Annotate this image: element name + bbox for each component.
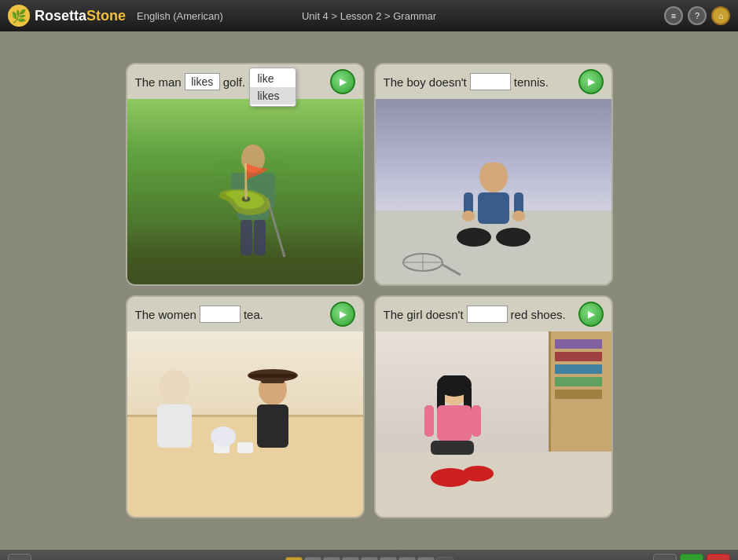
cards-grid: like likes The man likes golf.: [126, 63, 613, 518]
logo-rosetta: Rosetta: [35, 8, 86, 24]
breadcrumb: Unit 4 > Lesson 2 > Grammar: [302, 10, 436, 22]
bottom-right-actions: + ✓ ✕: [653, 554, 730, 560]
svg-point-7: [479, 163, 508, 192]
fill-blank-golf[interactable]: likes: [185, 73, 220, 90]
sound-button-tennis[interactable]: [578, 69, 604, 94]
home-button[interactable]: ⌂: [711, 6, 730, 25]
svg-point-13: [462, 210, 475, 221]
fill-blank-tea[interactable]: [200, 306, 240, 323]
next-page-button[interactable]: »: [436, 557, 453, 560]
svg-rect-35: [424, 405, 434, 437]
svg-point-14: [512, 210, 525, 221]
logo-area: 🌿 RosettaStone English (American): [8, 5, 223, 27]
book-1: [555, 339, 602, 349]
svg-rect-8: [478, 192, 509, 224]
girl-figure: [407, 375, 525, 501]
help-button[interactable]: ?: [688, 6, 707, 25]
page-3-button[interactable]: 3: [323, 557, 340, 560]
fill-blank-shoes[interactable]: [467, 306, 508, 323]
golf-figure: [214, 143, 292, 269]
keyboard-button[interactable]: ⌨: [8, 554, 31, 560]
rosetta-logo-icon: 🌿: [8, 5, 30, 27]
svg-rect-20: [157, 404, 192, 448]
main-content: like likes The man likes golf.: [0, 31, 738, 550]
book-3: [555, 364, 602, 374]
svg-rect-27: [237, 442, 253, 453]
svg-point-19: [159, 370, 190, 404]
card-tennis: The boy doesn't tennis.: [374, 63, 613, 286]
svg-point-10: [496, 228, 531, 247]
sound-button-shoes[interactable]: [578, 302, 604, 327]
tennis-racket: [399, 253, 462, 276]
logo-text: RosettaStone: [35, 8, 126, 24]
header: 🌿 RosettaStone English (American) Unit 4…: [0, 0, 738, 31]
book-5: [555, 390, 602, 399]
svg-rect-36: [472, 405, 481, 437]
shoes-bg: [376, 331, 611, 517]
card-golf-sentence: The man likes golf.: [135, 73, 246, 90]
svg-point-28: [211, 426, 236, 447]
sentence-part-women: The women: [135, 308, 196, 321]
sound-button-tea[interactable]: [330, 302, 355, 327]
page-7-button[interactable]: 7: [398, 557, 416, 560]
add-button[interactable]: +: [653, 554, 677, 560]
confirm-button[interactable]: ✓: [680, 554, 703, 560]
page-1-button[interactable]: 1: [285, 557, 303, 560]
page-8-button[interactable]: 8: [417, 557, 435, 560]
tennis-boy-figure: [446, 163, 541, 265]
page-2-button[interactable]: 2: [304, 557, 321, 560]
svg-rect-3: [254, 220, 266, 255]
card-tea-sentence: The women tea.: [135, 306, 263, 323]
svg-point-9: [457, 228, 491, 247]
card-golf-header: The man likes golf.: [127, 64, 363, 99]
card-shoes-header: The girl doesn't red shoes.: [376, 297, 611, 331]
card-tennis-sentence: The boy doesn't tennis.: [384, 73, 549, 90]
page-5-button[interactable]: 5: [361, 557, 378, 560]
sentence-part-shoes: red shoes.: [511, 308, 566, 321]
svg-point-38: [462, 466, 494, 481]
card-shoes-sentence: The girl doesn't red shoes.: [384, 306, 566, 323]
card-tennis-header: The boy doesn't tennis.: [376, 64, 611, 99]
svg-rect-2: [240, 220, 252, 255]
dropdown-tooltip[interactable]: like likes: [249, 68, 296, 107]
card-tea-header: The women tea.: [127, 297, 363, 331]
fill-blank-tennis[interactable]: [470, 73, 511, 90]
svg-rect-4: [231, 173, 240, 208]
page-6-button[interactable]: 6: [380, 557, 397, 560]
card-shoes-image: [376, 331, 611, 517]
card-tennis-image: [376, 99, 611, 284]
logo-stone: Stone: [86, 8, 126, 24]
pagination: 1 2 3 4 5 6 7 8 »: [285, 557, 453, 560]
sentence-part-2: golf.: [223, 75, 245, 89]
svg-rect-34: [431, 441, 474, 455]
card-golf: like likes The man likes golf.: [126, 63, 365, 286]
sound-button-golf[interactable]: [330, 69, 355, 94]
page-4-button[interactable]: 4: [342, 557, 359, 560]
sentence-part-girl: The girl doesn't: [384, 308, 464, 321]
card-shoes: The girl doesn't red shoes.: [374, 295, 613, 518]
book-2: [555, 352, 602, 361]
language-label: English (American): [137, 10, 223, 22]
svg-rect-24: [249, 374, 296, 378]
sentence-part-tea: tea.: [244, 308, 263, 321]
card-golf-image: [127, 99, 363, 284]
sentence-part-tennis: tennis.: [514, 75, 549, 89]
svg-rect-33: [437, 405, 472, 441]
tea-bg: [127, 331, 363, 517]
header-icons: ≡ ? ⌂: [664, 6, 730, 25]
tennis-bg: [376, 99, 611, 284]
svg-line-6: [267, 198, 285, 257]
card-tea-image: [127, 331, 363, 517]
menu-button[interactable]: ≡: [664, 6, 683, 25]
book-4: [555, 377, 602, 386]
cancel-button[interactable]: ✕: [707, 554, 730, 560]
svg-point-0: [241, 145, 265, 173]
dropdown-option-like[interactable]: like: [250, 70, 296, 87]
dropdown-option-likes[interactable]: likes: [250, 87, 296, 104]
svg-rect-25: [257, 404, 288, 448]
women-figures: [135, 368, 324, 478]
sentence-part-boy: The boy doesn't: [384, 75, 467, 89]
svg-rect-1: [237, 173, 269, 220]
sentence-part-1: The man: [135, 75, 182, 89]
svg-line-18: [442, 265, 461, 275]
